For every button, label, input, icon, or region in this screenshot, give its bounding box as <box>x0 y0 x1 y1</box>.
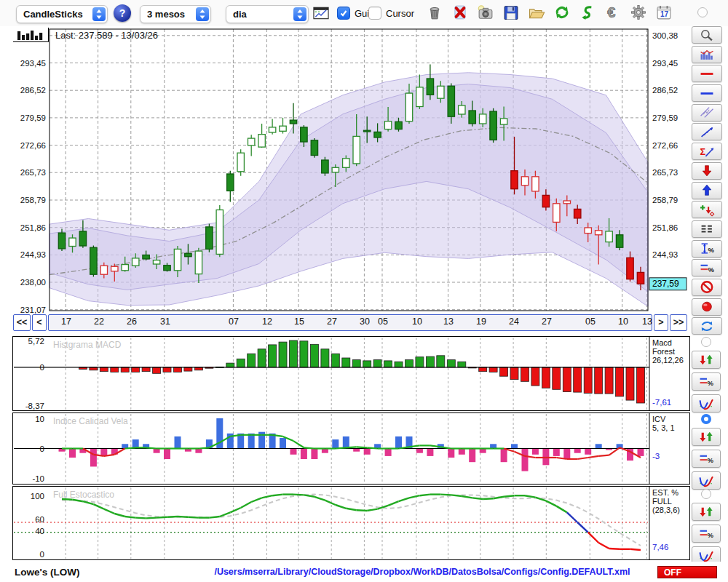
volume-chart-tool-button[interactable] <box>692 46 722 63</box>
x-axis-date-label: 22 <box>94 316 104 327</box>
trendline-tool-button[interactable] <box>692 123 722 140</box>
symbol-label: Lowe's (LOW) <box>15 567 79 578</box>
svg-text:Last: 237.589 - 13/03/26: Last: 237.589 - 13/03/26 <box>55 30 158 41</box>
stoch-panel-radio[interactable] <box>701 489 711 499</box>
scroll-right-fast-button[interactable]: >> <box>670 314 687 331</box>
sync-arrows-tool-button[interactable] <box>692 317 722 335</box>
refresh-icon[interactable] <box>553 4 571 21</box>
svg-text:0: 0 <box>40 550 44 559</box>
svg-text:Macd: Macd <box>652 338 672 347</box>
macd-arrows-red-green-button[interactable] <box>692 351 721 369</box>
macd-panel-radio[interactable] <box>701 337 711 347</box>
svg-text:237,59: 237,59 <box>652 279 679 289</box>
svg-text:244,93: 244,93 <box>20 250 46 259</box>
icv-arrows-red-green-button[interactable] <box>692 428 721 446</box>
cursor-checkbox[interactable]: Cursor <box>368 7 414 20</box>
macd-lines-percent-button[interactable]: % <box>692 372 721 391</box>
macd-wave-button[interactable] <box>692 394 721 412</box>
status-bar: Lowe's (LOW) /Users/mserra/Library/Cloud… <box>0 562 728 582</box>
blue-line-icon <box>697 87 717 100</box>
mini-chart-icon[interactable] <box>312 5 331 21</box>
svg-text:272,66: 272,66 <box>652 141 678 150</box>
svg-text:17: 17 <box>660 10 669 18</box>
channel-tool-button[interactable] <box>692 104 722 121</box>
svg-text:293,45: 293,45 <box>20 59 46 68</box>
lines-percent-tool-button[interactable]: % <box>692 259 722 276</box>
icv-panel-radio[interactable] <box>701 414 711 424</box>
x-axis-date-label: 05 <box>378 316 388 327</box>
cursor-label: Cursor <box>386 8 414 19</box>
icv-wave-button[interactable] <box>692 471 721 490</box>
settings-gear-icon[interactable] <box>629 4 648 21</box>
scroll-left-fast-button[interactable]: << <box>13 314 31 331</box>
svg-text:26,12,26: 26,12,26 <box>652 356 684 364</box>
sync-icon[interactable] <box>578 4 597 21</box>
chart-type-select[interactable]: CandleSticks <box>16 5 108 23</box>
period-select[interactable]: 3 mesos <box>140 5 211 23</box>
open-folder-icon[interactable] <box>527 4 546 21</box>
svg-text:0: 0 <box>40 363 44 372</box>
stochastic-panel[interactable]: Full Estocastico10060400EST. %FULL(28,3,… <box>12 486 690 560</box>
trendline-icon <box>697 125 717 139</box>
icv-indicator-panel[interactable]: Indice Calidad Vela100-10ICV5, 3, 1-3 <box>12 412 690 485</box>
record-tool-button[interactable] <box>692 298 722 316</box>
x-axis-date-label: 13 <box>642 316 652 327</box>
lines-percent-icon: % <box>697 261 717 275</box>
svg-text:258,79: 258,79 <box>20 196 46 204</box>
off-toggle-button[interactable]: OFF <box>657 566 717 578</box>
x-axis-date-label: 12 <box>262 316 272 327</box>
camera-icon[interactable] <box>476 4 495 21</box>
measure-vertical-percent-tool-button[interactable]: % <box>692 240 722 258</box>
euro-icon[interactable]: € <box>604 4 622 21</box>
macd-histogram-panel[interactable]: Histgrama MACD5,720-8,37MacdForest26,12,… <box>12 336 690 411</box>
x-axis-date-label: 13 <box>443 316 454 327</box>
zoom-tool-button[interactable] <box>692 26 722 44</box>
red-line-tool-button[interactable] <box>692 65 722 82</box>
macd-tools-group: % <box>690 337 722 412</box>
stoch-arrows-red-green-button[interactable] <box>692 503 721 521</box>
x-axis-date-label: 24 <box>509 316 519 327</box>
svg-text:%: % <box>708 379 714 387</box>
sum-trendline-tool-button[interactable]: Σ <box>692 143 722 160</box>
scroll-left-button[interactable]: < <box>32 314 47 331</box>
svg-text:100: 100 <box>31 492 44 501</box>
red-line-icon <box>697 67 717 81</box>
main-panel-radio[interactable] <box>697 7 708 17</box>
svg-text:231,07: 231,07 <box>20 306 46 314</box>
x-axis-date-label: 19 <box>476 316 486 327</box>
svg-text:251,86: 251,86 <box>20 223 46 232</box>
arrow-up-blue-icon <box>697 183 717 197</box>
checkbox-check-icon <box>368 7 381 20</box>
blue-line-tool-button[interactable] <box>692 84 722 102</box>
svg-text:ICV: ICV <box>652 415 666 423</box>
save-icon[interactable] <box>502 4 521 21</box>
svg-text:279,59: 279,59 <box>20 113 46 122</box>
arrows-red-green-icon <box>696 430 716 444</box>
interval-select[interactable]: dia <box>226 5 309 23</box>
grid-lines-icon <box>697 222 717 236</box>
trash-icon[interactable] <box>425 4 444 21</box>
arrow-up-blue-tool-button[interactable] <box>692 182 722 199</box>
svg-text:286,52: 286,52 <box>20 86 46 95</box>
stoch-lines-percent-button[interactable]: % <box>692 525 721 543</box>
help-icon: ? <box>119 7 126 19</box>
svg-text:EST. %: EST. % <box>652 488 678 497</box>
scroll-right-button[interactable]: > <box>654 314 668 331</box>
svg-text:238,00: 238,00 <box>20 278 46 287</box>
arrow-down-red-icon <box>697 164 717 178</box>
add-marker-tool-button[interactable] <box>692 201 722 218</box>
svg-text:(28,3,6): (28,3,6) <box>652 506 680 514</box>
x-axis-date-label: 15 <box>294 316 304 327</box>
help-button[interactable]: ? <box>114 4 131 22</box>
calendar-icon[interactable]: 17 <box>654 4 673 21</box>
svg-text:-7,61: -7,61 <box>652 398 671 407</box>
svg-text:258,79: 258,79 <box>652 196 678 204</box>
delete-icon[interactable] <box>451 4 470 21</box>
arrow-down-red-tool-button[interactable] <box>692 162 722 180</box>
forbid-tool-button[interactable] <box>692 279 722 296</box>
main-price-chart[interactable]: Last: 237.589 - 13/03/26300,38293,45293,… <box>13 28 689 314</box>
icv-lines-percent-button[interactable]: % <box>692 450 721 468</box>
svg-text:0: 0 <box>40 445 44 453</box>
grid-lines-tool-button[interactable] <box>692 220 722 238</box>
arrows-red-green-icon <box>696 353 716 367</box>
